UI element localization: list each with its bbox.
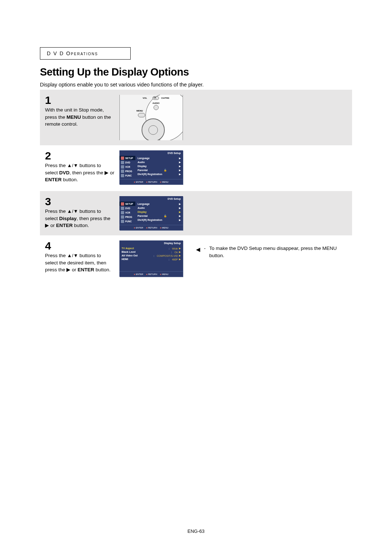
step-3-text: Press the ▲/▼ buttons to select Display,… [45,208,115,229]
up-down-icon: ▲/▼ [67,252,78,259]
func-icon [121,220,124,223]
remote-illustration: VOL OK CH/TRK AUDIO MENU [119,95,183,140]
up-down-icon: ▲/▼ [67,208,78,215]
right-icon: ▶ [105,169,109,177]
osd-sidebar: SETUP DVD VCR PROG FUNC [119,201,135,225]
osd-screenshot-dvd-setup: DVD Setup SETUP DVD VCR PROG FUNC Langua… [119,150,183,185]
step-1-number: 1 [45,95,115,106]
setup-icon [121,157,124,160]
chevron-right-icon: ▶ [179,254,181,257]
chevron-right-icon: ▶ [179,207,181,210]
osd-sidebar: SETUP DVD VCR PROG FUNC [119,155,135,179]
remote-label-audio: AUDIO [152,102,159,104]
setup-icon [121,202,124,206]
lock-icon: 🔓 [164,169,167,172]
osd-footer: ENTER RETURN MENU [119,225,183,230]
step-3-number: 3 [45,196,115,207]
step-1: 1 With the unit in Stop mode, press the … [40,90,352,145]
section-header: D V D Operations [40,47,131,60]
chevron-right-icon: ▶ [179,161,181,164]
step-1-text: With the unit in Stop mode, press the ME… [45,106,115,128]
note: ◀ - To make the DVD Setup menu disappear… [196,235,352,259]
chevron-right-icon: ▶ [179,215,181,218]
chevron-right-icon: ▶ [179,203,181,206]
osd-menu-list: Language▶ Audio▶ Display▶ Parental🔓▶ Div… [135,201,183,225]
note-text: To make the DVD Setup menu disappear, pr… [209,245,352,259]
osd-screenshot-display-setup: Display Setup TV Aspect:Wide▶ Black Leve… [119,240,183,277]
step-4-text: Press the ▲/▼ buttons to select the desi… [45,252,115,274]
page-title: Setting Up the Display Options [40,66,352,78]
osd-title: DVD Setup [119,150,183,155]
remote-label-menu: MENU [136,110,143,112]
osd-footer: ENTER RETURN MENU [119,179,183,185]
osd-title: Display Setup [119,240,183,245]
chevron-right-icon: ▶ [179,258,181,261]
chevron-right-icon: ▶ [179,247,181,250]
vcr-icon [121,211,124,214]
right-icon: ▶ [66,266,70,274]
right-icon: ▶ [45,222,49,229]
section-header-text: D V D Operations [47,50,98,56]
dvd-icon [121,207,124,210]
prog-icon [121,170,124,173]
osd-menu-list: TV Aspect:Wide▶ Black Level:On▶ Alt Vide… [119,245,183,271]
intro-text: Display options enable you to set variou… [40,82,352,88]
vcr-icon [121,165,124,169]
dvd-icon [121,161,124,164]
osd-title: DVD Setup [119,196,183,201]
chevron-right-icon: ▶ [179,219,181,222]
remote-label-chtrk: CH/TRK [161,97,170,99]
page-number: ENG-63 [0,528,392,534]
osd-menu-list: Language▶ Audio▶ Display▶ Parental🔓▶ Div… [135,155,183,179]
lock-icon: 🔓 [164,215,167,218]
chevron-right-icon: ▶ [179,211,181,214]
func-icon [121,174,124,177]
step-2-number: 2 [45,150,115,161]
chevron-right-icon: ▶ [179,165,181,168]
remote-label-ok: OK [154,97,156,99]
step-2-text: Press the ▲/▼ buttons to select DVD, the… [45,162,115,183]
osd-footer: ENTER RETURN MENU [119,271,183,277]
left-arrow-icon: ◀ [196,245,200,254]
chevron-right-icon: ▶ [179,157,181,160]
step-4: 4 Press the ▲/▼ buttons to select the de… [40,235,189,282]
remote-label-vol: VOL [143,97,147,99]
chevron-right-icon: ▶ [179,173,181,176]
chevron-right-icon: ▶ [179,169,181,172]
step-4-number: 4 [45,240,115,251]
osd-screenshot-dvd-setup-display: DVD Setup SETUP DVD VCR PROG FUNC Langua… [119,196,183,230]
step-2: 2 Press the ▲/▼ buttons to select DVD, t… [40,145,352,190]
chevron-right-icon: ▶ [179,251,181,254]
up-down-icon: ▲/▼ [67,162,78,169]
prog-icon [121,215,124,219]
step-3: 3 Press the ▲/▼ buttons to select Displa… [40,191,352,235]
